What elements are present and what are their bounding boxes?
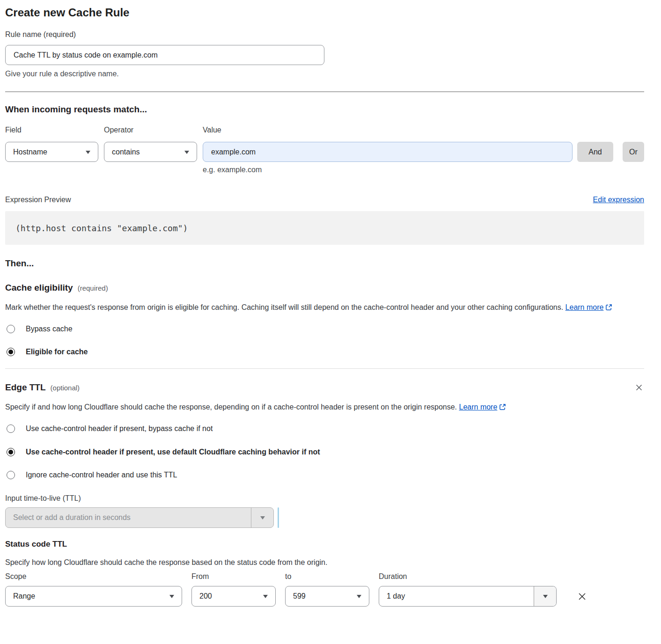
focus-caret [278,507,279,528]
radio-label: Ignore cache-control header and use this… [26,470,177,480]
edge-ttl-optional-badge: (optional) [51,384,80,392]
ttl-duration-placeholder: Select or add a duration in seconds [13,513,131,522]
ttl-input-label: Input time-to-live (TTL) [5,494,644,503]
scope-select[interactable]: Range [5,586,182,607]
cache-eligibility-title: Cache eligibility [5,282,73,293]
radio-option-use-header-bypass[interactable]: Use cache-control header if present, byp… [5,424,644,433]
field-select-value: Hostname [13,148,47,156]
edge-ttl-header: Edge TTL (optional) [5,382,644,393]
rule-name-helper: Give your rule a descriptive name. [5,69,644,78]
status-code-ttl-description: Specify how long Cloudflare should cache… [5,558,644,567]
rule-name-input[interactable] [5,45,324,65]
value-hint: e.g. example.com [203,166,644,174]
field-select[interactable]: Hostname [5,142,98,162]
status-code-controls-row: Range 200 599 1 day [5,586,644,607]
radio-icon[interactable] [7,325,15,333]
status-code-labels-row: Scope From to Duration [5,572,644,581]
chevron-down-icon [169,595,174,598]
cache-eligibility-header: Cache eligibility (required) [5,282,644,293]
chevron-down-icon [263,595,268,598]
radio-icon[interactable] [7,471,15,479]
rule-name-label: Rule name (required) [5,30,644,39]
external-link-icon [605,304,612,311]
to-select[interactable]: 599 [285,586,369,607]
then-heading: Then... [5,258,644,269]
chevron-down-icon [543,595,548,598]
or-button[interactable]: Or [623,142,644,162]
duration-label: Duration [379,572,557,581]
edge-ttl-title: Edge TTL [5,382,46,393]
from-select-value: 200 [199,592,212,600]
expression-code: (http.host contains "example.com") [15,223,188,233]
duration-select[interactable]: 1 day [379,586,557,607]
scope-label: Scope [5,572,182,581]
chevron-down-icon [86,151,90,154]
learn-more-label: Learn more [459,403,498,411]
radio-option-use-header-default[interactable]: Use cache-control header if present, use… [5,447,644,457]
expression-preview-row: Expression Preview Edit expression [5,195,644,204]
radio-label: Use cache-control header if present, byp… [26,424,213,433]
cache-eligibility-description: Mark whether the request's response from… [5,301,635,314]
edit-expression-link[interactable]: Edit expression [593,196,644,204]
scope-select-value: Range [13,592,35,600]
duration-select-value: 1 day [387,592,405,600]
to-label: to [285,572,369,581]
section-divider [5,368,644,369]
radio-label: Bypass cache [26,324,73,334]
status-code-ttl-title: Status code TTL [5,539,644,549]
and-button[interactable]: And [577,142,613,162]
select-arrow-segment[interactable] [534,586,556,606]
value-label: Value [203,125,221,134]
match-controls-row: Hostname contains And Or [5,142,644,162]
learn-more-link[interactable]: Learn more [566,303,613,311]
edge-ttl-description-text: Specify if and how long Cloudflare shoul… [5,403,457,411]
chevron-down-icon [260,516,265,520]
operator-select-value: contains [112,148,140,156]
radio-icon[interactable] [7,448,15,456]
field-label: Field [5,125,104,134]
external-link-icon [499,403,506,410]
chevron-down-icon [357,595,361,598]
radio-label: Use cache-control header if present, use… [26,447,320,457]
match-labels-row: Field Operator Value [5,125,644,134]
match-heading: When incoming requests match... [5,104,644,115]
operator-select[interactable]: contains [104,142,197,162]
from-label: From [191,572,276,581]
ttl-duration-select[interactable]: Select or add a duration in seconds [5,507,274,528]
operator-label: Operator [104,125,203,134]
expression-preview-label: Expression Preview [5,195,71,204]
value-input[interactable] [203,142,573,162]
radio-option-eligible-for-cache[interactable]: Eligible for cache [5,347,644,357]
page-title: Create new Cache Rule [5,6,644,20]
learn-more-link[interactable]: Learn more [459,403,507,411]
radio-label: Eligible for cache [26,347,88,357]
cache-eligibility-required-badge: (required) [78,284,108,292]
cache-eligibility-description-text: Mark whether the request's response from… [5,303,563,311]
chevron-down-icon [184,151,189,154]
to-select-value: 599 [293,592,306,600]
expression-code-box: (http.host contains "example.com") [5,211,644,245]
learn-more-label: Learn more [566,303,604,311]
select-arrow-segment[interactable] [251,508,273,527]
radio-icon[interactable] [7,348,15,356]
section-divider [5,91,644,92]
close-edge-ttl-button[interactable] [634,382,644,393]
radio-option-ignore-header[interactable]: Ignore cache-control header and use this… [5,470,644,480]
remove-status-code-rule-button[interactable] [576,591,588,602]
create-cache-rule-page: Create new Cache Rule Rule name (require… [0,0,661,644]
radio-option-bypass-cache[interactable]: Bypass cache [5,324,644,334]
edge-ttl-description: Specify if and how long Cloudflare shoul… [5,401,522,414]
from-select[interactable]: 200 [191,586,276,607]
close-icon [635,383,643,392]
ttl-input-row: Select or add a duration in seconds [5,507,644,528]
radio-icon[interactable] [7,424,15,433]
delete-x-icon [577,592,587,601]
